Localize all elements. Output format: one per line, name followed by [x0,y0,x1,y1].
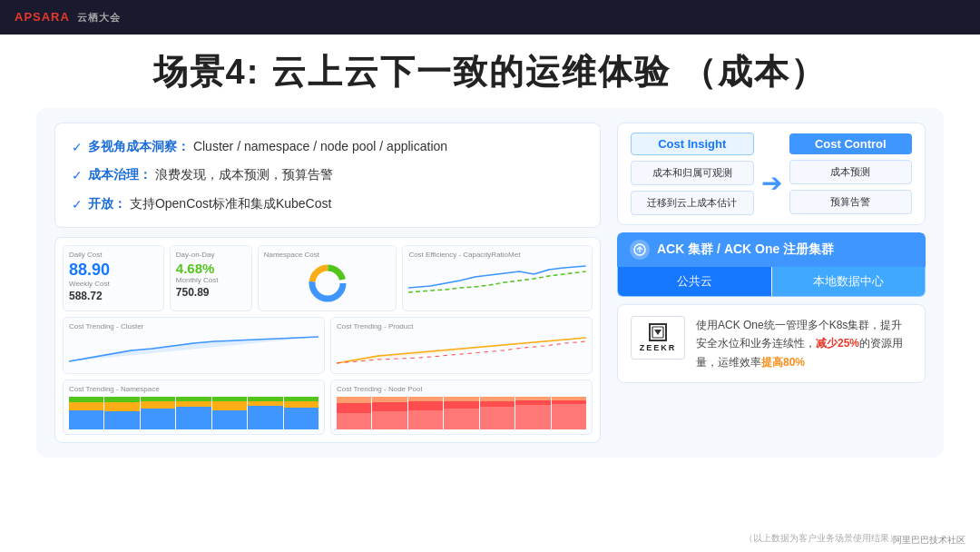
flow-arrow-icon: ➔ [761,168,782,198]
bullet-normal-2: 浪费发现，成本预测，预算告警 [155,167,333,182]
top-bar: APSARA 云栖大会 [0,0,980,34]
bullet-item-2: ✓ 成本治理： 浪费发现，成本预测，预算告警 [72,164,583,185]
line-chart-cell: Cost Efficiency - CapacityRatioMet [402,245,593,311]
bullet-bold-3: 开放： [88,196,126,211]
cost-control-box: Cost Control 成本预测 预算告警 [789,133,913,214]
day-on-day-cell: Day-on-Day 4.68% Monthly Cost 750.89 [170,245,252,311]
bullet-bold-1: 多视角成本洞察： [88,139,190,153]
metrics-cell: Daily Cost 88.90 Weekly Cost 588.72 [63,245,164,311]
cost-flow-row: Cost Insight 成本和归属可观测 迁移到云上成本估计 ➔ Cost C… [617,123,926,225]
zeekr-logo: ZEEKR [631,316,685,360]
stacked-nodepool-cell: Cost Trending - Node Pool [330,380,593,435]
zeekr-brand: ZEEKR [640,343,677,352]
bullet-normal-1: Cluster / namespace / node pool / applic… [193,139,447,153]
bullet-list: ✓ 多视角成本洞察： Cluster / namespace / node po… [54,123,601,228]
ack-cluster-block: ACK 集群 / ACK One 注册集群 公共云 本地数据中心 [617,232,926,297]
local-dc-btn[interactable]: 本地数据中心 [772,267,926,296]
cost-control-item-2: 预算告警 [789,190,913,214]
check-icon-1: ✓ [72,137,83,157]
public-cloud-btn[interactable]: 公共云 [618,267,771,296]
dashboard-area: Daily Cost 88.90 Weekly Cost 588.72 Day-… [54,237,601,443]
cost-insight-box: Cost Insight 成本和归属可观测 迁移到云上成本估计 [631,133,754,215]
zeekr-logo-icon [649,323,667,341]
ack-icon [630,240,650,260]
stacked-bars-namespace [69,397,318,429]
check-icon-2: ✓ [72,165,83,185]
trend-product-cell: Cost Trending - Product [330,317,593,374]
dash-row-2: Cost Trending - Cluster Cost Trending - … [63,317,593,374]
cost-insight-header: Cost Insight [631,133,754,155]
stacked-namespace-cell: Cost Trending - Namespace [63,380,325,435]
ack-header: ACK 集群 / ACK One 注册集群 [617,232,926,267]
donut-cell: Namespace Cost [258,245,397,311]
dash-row-3: Cost Trending - Namespace Cost Tren [63,380,593,435]
footer-note: （以上数据为客户业务场景使用结果） [744,532,898,545]
bullet-item-1: ✓ 多视角成本洞察： Cluster / namespace / node po… [72,136,583,157]
left-panel: ✓ 多视角成本洞察： Cluster / namespace / node po… [54,123,601,443]
logo: APSARA 云栖大会 [15,10,121,25]
ack-sub-row: 公共云 本地数据中心 [617,267,926,297]
right-panel: Cost Insight 成本和归属可观测 迁移到云上成本估计 ➔ Cost C… [617,123,926,443]
main-card: ✓ 多视角成本洞察： Cluster / namespace / node po… [36,108,944,458]
cost-insight-item-2: 迁移到云上成本估计 [631,191,754,215]
cost-control-item-1: 成本预测 [789,160,913,184]
cost-control-header: Cost Control [789,133,913,154]
dash-row-1: Daily Cost 88.90 Weekly Cost 588.72 Day-… [63,245,593,311]
bullet-item-3: ✓ 开放： 支持OpenCost标准和集成KubeCost [72,193,583,214]
footer-community: 阿里巴巴技术社区 [893,534,965,547]
check-icon-3: ✓ [72,194,83,214]
ack-cluster-label: ACK 集群 / ACK One 注册集群 [657,242,834,258]
zeekr-card: ZEEKR 使用ACK One统一管理多个K8s集群，提升安全水位和业务连续性，… [617,304,926,383]
main-content: 场景4: 云上云下一致的运维体验 （成本） ✓ 多视角成本洞察： Cluster… [0,34,980,467]
zeekr-description: 使用ACK One统一管理多个K8s集群，提升安全水位和业务连续性，减少25%的… [696,316,912,371]
slide-title: 场景4: 云上云下一致的运维体验 （成本） [36,49,944,95]
bullet-bold-2: 成本治理： [88,167,152,182]
donut-chart [264,261,391,306]
trend-cluster-cell: Cost Trending - Cluster [63,317,325,374]
bullet-normal-3: 支持OpenCost标准和集成KubeCost [130,196,332,211]
cost-insight-item-1: 成本和归属可观测 [631,161,754,185]
stacked-bars-nodepool [337,397,586,429]
